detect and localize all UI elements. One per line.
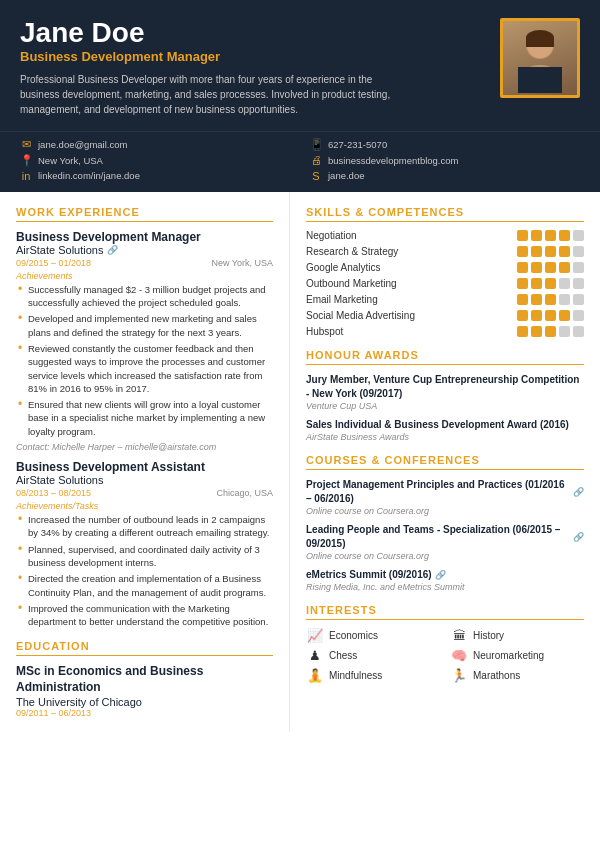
dot-empty (559, 278, 570, 289)
skill-row: Negotiation (306, 230, 584, 241)
dot-filled (545, 278, 556, 289)
interest-label: Chess (329, 650, 357, 661)
svg-rect-5 (526, 37, 554, 47)
award-title: Jury Member, Venture Cup Entrepreneurshi… (306, 373, 584, 401)
dot-filled (545, 310, 556, 321)
contact-skype: S jane.doe (310, 170, 580, 182)
skill-dots (517, 230, 584, 241)
dot-filled (517, 230, 528, 241)
courses-list: Project Management Principles and Practi… (306, 478, 584, 592)
honour-awards-list: Jury Member, Venture Cup Entrepreneurshi… (306, 373, 584, 442)
dot-filled (545, 230, 556, 241)
contact-website: 🖨 businessdevelopmentblog.com (310, 154, 580, 167)
interest-label: Neuromarketing (473, 650, 544, 661)
skill-dots (517, 246, 584, 257)
interest-icon: ♟ (306, 648, 324, 663)
bullet-item: Directed the creation and implementation… (16, 572, 273, 599)
candidate-photo (500, 18, 580, 98)
dot-filled (531, 294, 542, 305)
bullet-item: Planned, supervised, and coordinated dai… (16, 543, 273, 570)
bullet-item: Increased the number of outbound leads i… (16, 513, 273, 540)
interest-item: ♟Chess (306, 648, 440, 663)
interest-icon: 🧠 (450, 648, 468, 663)
contact-linkedin: in linkedin.com/in/jane.doe (20, 170, 290, 182)
candidate-title: Business Development Manager (20, 49, 490, 64)
award-org: AirState Business Awards (306, 432, 584, 442)
course-item: Leading People and Teams - Specializatio… (306, 523, 584, 561)
job-1-title: Business Development Manager (16, 230, 273, 244)
dot-filled (531, 310, 542, 321)
education-title: EDUCATION (16, 640, 273, 656)
bullet-item: Improved the communication with the Mark… (16, 602, 273, 629)
external-link-icon: 🔗 (107, 245, 118, 255)
contact-location: 📍 New York, USA (20, 154, 290, 167)
course-org: Rising Media, Inc. and eMetrics Summit (306, 582, 584, 592)
dot-filled (517, 310, 528, 321)
courses-title: COURSES & CONFERENCES (306, 454, 584, 470)
skills-title: SKILLS & COMPETENCES (306, 206, 584, 222)
skill-name: Negotiation (306, 230, 426, 241)
skill-row: Google Analytics (306, 262, 584, 273)
course-link-icon: 🔗 (573, 531, 584, 544)
dot-empty (559, 294, 570, 305)
dot-empty (573, 326, 584, 337)
skill-dots (517, 326, 584, 337)
award-item: Jury Member, Venture Cup Entrepreneurshi… (306, 373, 584, 411)
dot-empty (559, 326, 570, 337)
dot-empty (573, 310, 584, 321)
interest-item: 🧘Mindfulness (306, 668, 440, 683)
course-org: Online course on Coursera.org (306, 506, 584, 516)
skill-row: Email Marketing (306, 294, 584, 305)
job-1-company: AirState Solutions 🔗 (16, 244, 273, 256)
skill-row: Outbound Marketing (306, 278, 584, 289)
interest-label: Economics (329, 630, 378, 641)
dot-filled (517, 246, 528, 257)
dot-filled (517, 262, 528, 273)
dot-filled (559, 246, 570, 257)
skill-name: Hubspot (306, 326, 426, 337)
left-column: WORK EXPERIENCE Business Development Man… (0, 192, 290, 732)
skill-name: Research & Strategy (306, 246, 426, 257)
dot-filled (531, 278, 542, 289)
dot-filled (559, 262, 570, 273)
job-1-bullets: Successfully managed $2 - 3 million budg… (16, 283, 273, 438)
interest-label: Mindfulness (329, 670, 382, 681)
dot-filled (517, 278, 528, 289)
contact-bar: ✉ jane.doe@gmail.com 📱 627-231-5070 📍 Ne… (0, 131, 600, 192)
bullet-item: Developed and implemented new marketing … (16, 312, 273, 339)
award-org: Venture Cup USA (306, 401, 584, 411)
skill-name: Outbound Marketing (306, 278, 426, 289)
course-link-icon: 🔗 (573, 486, 584, 499)
interest-item: 🧠Neuromarketing (450, 648, 584, 663)
contact-email: ✉ jane.doe@gmail.com (20, 138, 290, 151)
bullet-item: Reviewed constantly the customer feedbac… (16, 342, 273, 395)
job-1-contact: Contact: Michelle Harper – michelle@airs… (16, 442, 273, 452)
bullet-item: Ensured that new clients will grow into … (16, 398, 273, 438)
skill-name: Social Media Advertising (306, 310, 426, 321)
dot-filled (559, 310, 570, 321)
website-icon: 🖨 (310, 154, 322, 166)
dot-filled (517, 294, 528, 305)
interests-grid: 📈Economics🏛History♟Chess🧠Neuromarketing🧘… (306, 628, 584, 683)
skill-dots (517, 310, 584, 321)
interest-item: 🏛History (450, 628, 584, 643)
email-icon: ✉ (20, 138, 32, 151)
location-icon: 📍 (20, 154, 32, 167)
course-title: eMetrics Summit (09/2016) 🔗 (306, 568, 584, 582)
interest-icon: 🏛 (450, 628, 468, 643)
dot-filled (531, 262, 542, 273)
bullet-item: Successfully managed $2 - 3 million budg… (16, 283, 273, 310)
edu-school: The University of Chicago (16, 696, 273, 708)
award-title: Sales Individual & Business Development … (306, 418, 584, 432)
interest-label: History (473, 630, 504, 641)
course-org: Online course on Coursera.org (306, 551, 584, 561)
candidate-name: Jane Doe (20, 18, 490, 49)
dot-filled (545, 294, 556, 305)
course-title: Leading People and Teams - Specializatio… (306, 523, 584, 551)
dot-filled (545, 326, 556, 337)
job-2-company: AirState Solutions (16, 474, 273, 486)
honour-awards-title: HONOUR AWARDS (306, 349, 584, 365)
job-1-achievements-label: Achievements (16, 271, 273, 281)
job-1: Business Development Manager AirState So… (16, 230, 273, 452)
edu-degree: MSc in Economics and Business Administra… (16, 664, 273, 695)
